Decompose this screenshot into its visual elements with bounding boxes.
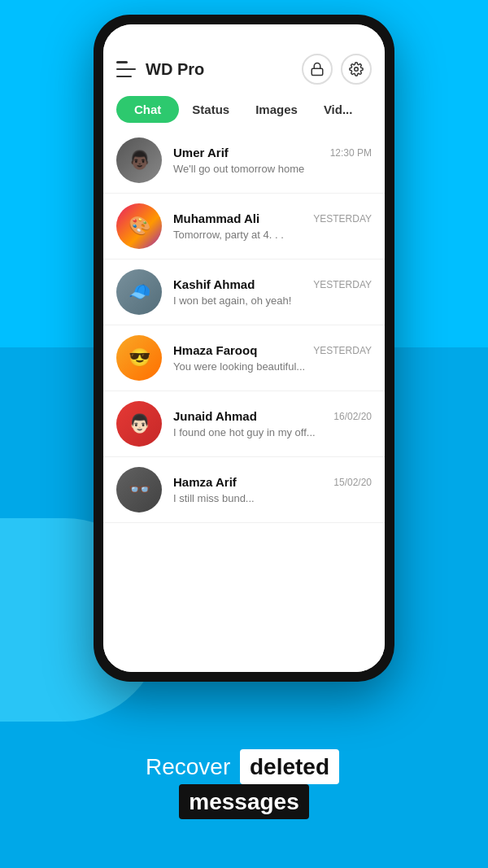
chat-name: Hmaza Farooq xyxy=(173,343,257,357)
svg-rect-0 xyxy=(312,68,323,75)
phone-screen: WD Pro Chat Status I xyxy=(103,24,385,672)
chat-info: Hamza Arif 15/02/20 I still miss bund... xyxy=(173,475,372,504)
chat-info: Junaid Ahmad 16/02/20 I found one hot gu… xyxy=(173,409,372,438)
chat-info: Hmaza Farooq YESTERDAY You were looking … xyxy=(173,343,372,373)
chat-info: Kashif Ahmad YESTERDAY I won bet again, … xyxy=(173,277,372,307)
chat-preview: I found one hot guy in my off... xyxy=(173,426,372,438)
chat-time: 16/02/20 xyxy=(333,411,372,422)
header: WD Pro xyxy=(103,47,385,91)
tab-status[interactable]: Status xyxy=(179,96,242,123)
chat-item[interactable]: 🎨 Muhammad Ali YESTERDAY Tomorrow, party… xyxy=(103,194,385,260)
chat-time: YESTERDAY xyxy=(313,345,372,356)
chat-item[interactable]: 👨🏻 Junaid Ahmad 16/02/20 I found one hot… xyxy=(103,391,385,457)
svg-point-1 xyxy=(355,68,359,72)
chat-list: 👨🏿 Umer Arif 12:30 PM We'll go out tomor… xyxy=(103,128,385,672)
tagline-prefix: Recover xyxy=(146,754,230,779)
chat-info: Umer Arif 12:30 PM We'll go out tomorrow… xyxy=(173,146,372,175)
chat-time: YESTERDAY xyxy=(313,279,372,290)
chat-name: Umer Arif xyxy=(173,146,229,159)
chat-row-top: Umer Arif 12:30 PM xyxy=(173,146,372,159)
chat-name: Kashif Ahmad xyxy=(173,277,255,291)
chat-info: Muhammad Ali YESTERDAY Tomorrow, party a… xyxy=(173,212,372,241)
chat-preview: I still miss bund... xyxy=(173,492,372,504)
chat-preview: You were looking beautiful... xyxy=(173,360,372,373)
settings-button[interactable] xyxy=(341,54,372,85)
chat-item[interactable]: 😎 Hmaza Farooq YESTERDAY You were lookin… xyxy=(103,325,385,391)
chat-row-top: Hamza Arif 15/02/20 xyxy=(173,475,372,489)
tagline-suffix: messages xyxy=(179,784,308,819)
avatar: 😎 xyxy=(116,335,162,381)
chat-row-top: Muhammad Ali YESTERDAY xyxy=(173,212,372,225)
tab-chat[interactable]: Chat xyxy=(116,96,179,123)
app-title: WD Pro xyxy=(146,60,302,79)
avatar: 👨🏻 xyxy=(116,401,162,447)
chat-preview: We'll go out tomorrow home xyxy=(173,163,372,175)
avatar: 🧢 xyxy=(116,269,162,315)
phone-mockup: WD Pro Chat Status I xyxy=(94,15,394,682)
chat-row-top: Hmaza Farooq YESTERDAY xyxy=(173,343,372,357)
chat-name: Junaid Ahmad xyxy=(173,409,257,423)
menu-icon[interactable] xyxy=(116,61,136,77)
chat-item[interactable]: 👓 Hamza Arif 15/02/20 I still miss bund.… xyxy=(103,457,385,523)
chat-name: Muhammad Ali xyxy=(173,212,259,225)
chat-time: 12:30 PM xyxy=(330,147,372,159)
chat-time: 15/02/20 xyxy=(333,477,372,488)
avatar: 👓 xyxy=(116,467,162,513)
lock-icon xyxy=(310,62,325,76)
chat-time: YESTERDAY xyxy=(313,213,372,225)
chat-preview: I won bet again, oh yeah! xyxy=(173,294,372,307)
tagline: Recover deleted messages xyxy=(0,749,488,819)
chat-item[interactable]: 🧢 Kashif Ahmad YESTERDAY I won bet again… xyxy=(103,260,385,325)
chat-row-top: Junaid Ahmad 16/02/20 xyxy=(173,409,372,423)
chat-name: Hamza Arif xyxy=(173,475,237,489)
avatar: 👨🏿 xyxy=(116,137,162,183)
lock-button[interactable] xyxy=(302,54,333,85)
chat-row-top: Kashif Ahmad YESTERDAY xyxy=(173,277,372,291)
tagline-highlight: deleted xyxy=(240,749,339,784)
tab-images[interactable]: Images xyxy=(242,96,311,123)
tab-vid[interactable]: Vid... xyxy=(311,96,366,123)
tabs-bar: Chat Status Images Vid... xyxy=(103,91,385,128)
chat-preview: Tomorrow, party at 4. . . xyxy=(173,229,372,241)
gear-icon xyxy=(349,62,364,76)
status-bar xyxy=(103,24,385,47)
chat-item[interactable]: 👨🏿 Umer Arif 12:30 PM We'll go out tomor… xyxy=(103,128,385,194)
avatar: 🎨 xyxy=(116,203,162,249)
header-icons xyxy=(302,54,372,85)
